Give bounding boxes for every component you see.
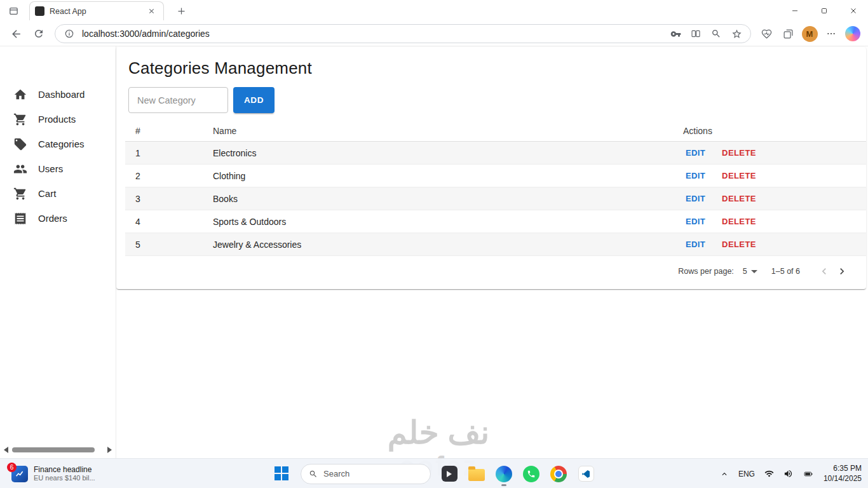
- row-num: 3: [125, 187, 203, 210]
- sidebar-item-label: Cart: [38, 188, 56, 199]
- sidebar-item-products[interactable]: Products: [0, 107, 116, 132]
- back-icon[interactable]: [6, 24, 25, 43]
- settings-ellipsis-icon[interactable]: [822, 25, 840, 43]
- cart-icon: [13, 187, 27, 201]
- people-icon: [13, 162, 27, 176]
- widget-badge: 6: [7, 463, 17, 472]
- vscode-icon[interactable]: [577, 461, 595, 487]
- copilot-icon[interactable]: [844, 25, 862, 43]
- cart-icon: [13, 112, 27, 126]
- avatar-initial: M: [802, 26, 818, 42]
- split-screen-icon[interactable]: [688, 26, 703, 41]
- volume-icon[interactable]: [783, 469, 793, 478]
- window-minimize-button[interactable]: [780, 0, 810, 22]
- row-num: 5: [125, 233, 203, 256]
- windows-logo-icon: [275, 466, 290, 482]
- edge-browser-icon[interactable]: [495, 461, 513, 487]
- table-row: 2 Clothing EDIT DELETE: [125, 165, 866, 187]
- sidebar-item-label: Users: [38, 163, 63, 174]
- search-icon: [309, 470, 318, 478]
- add-button[interactable]: ADD: [233, 87, 275, 113]
- start-button[interactable]: [273, 461, 291, 487]
- column-header-actions: Actions: [673, 122, 866, 142]
- media-player-app-icon[interactable]: [440, 461, 458, 487]
- new-tab-icon[interactable]: [174, 4, 188, 18]
- edit-button[interactable]: EDIT: [683, 193, 708, 205]
- system-tray: ENG 6:35 PM 10/14/2025: [720, 459, 862, 488]
- tab-actions-icon[interactable]: [5, 3, 22, 19]
- url-text[interactable]: localhost:3000/admin/categories: [82, 29, 663, 39]
- battery-icon[interactable]: [803, 470, 814, 478]
- scrollbar-thumb[interactable]: [12, 447, 95, 452]
- new-category-input[interactable]: [128, 87, 228, 113]
- screen: React App: [0, 0, 868, 488]
- passwords-key-icon[interactable]: [668, 26, 683, 41]
- address-bar[interactable]: localhost:3000/admin/categories: [55, 24, 751, 43]
- favorites-star-icon[interactable]: [729, 26, 744, 41]
- sidebar-horizontal-scrollbar[interactable]: [1, 445, 114, 455]
- delete-button[interactable]: DELETE: [719, 215, 759, 227]
- widget-headline: Finance headline: [34, 465, 95, 474]
- sidebar-item-users[interactable]: Users: [0, 156, 116, 181]
- tag-icon: [13, 137, 27, 151]
- taskbar: 6 Finance headline EU nears $140 bil...: [0, 458, 868, 488]
- sidebar-item-label: Dashboard: [38, 89, 85, 100]
- page-title: Categories Management: [116, 47, 866, 78]
- file-explorer-icon[interactable]: [468, 461, 485, 487]
- next-page-button[interactable]: [833, 262, 851, 280]
- whatsapp-icon[interactable]: [522, 461, 540, 487]
- browser-tab-active[interactable]: React App: [29, 1, 164, 20]
- delete-button[interactable]: DELETE: [719, 238, 759, 250]
- taskbar-clock[interactable]: 6:35 PM 10/14/2025: [824, 464, 862, 484]
- sidebar-item-cart[interactable]: Cart: [0, 181, 116, 206]
- browser-toolbar: localhost:3000/admin/categories M: [0, 22, 868, 46]
- edit-button[interactable]: EDIT: [683, 215, 708, 227]
- column-header-name: Name: [203, 122, 673, 142]
- taskbar-search-input[interactable]: [323, 469, 412, 478]
- browser-essentials-icon[interactable]: [757, 25, 775, 43]
- pagination-range: 1–5 of 6: [771, 267, 800, 276]
- rows-per-page-select[interactable]: 5: [743, 267, 757, 276]
- delete-button[interactable]: DELETE: [719, 170, 759, 182]
- refresh-icon[interactable]: [29, 24, 48, 43]
- chrome-browser-icon[interactable]: [550, 461, 567, 487]
- scrollbar-right-arrow-icon[interactable]: [107, 447, 112, 453]
- taskbar-widget[interactable]: 6 Finance headline EU nears $140 bil...: [8, 459, 99, 488]
- receipt-icon: [13, 212, 27, 226]
- edit-button[interactable]: EDIT: [683, 147, 708, 159]
- categories-card: Categories Management ADD # Name Actions: [116, 47, 866, 289]
- edit-button[interactable]: EDIT: [683, 238, 708, 250]
- delete-button[interactable]: DELETE: [719, 147, 759, 159]
- taskbar-search[interactable]: [301, 464, 431, 484]
- profile-avatar[interactable]: M: [801, 25, 818, 43]
- row-name: Jewelry & Accessories: [203, 233, 673, 256]
- window-controls: [780, 0, 868, 22]
- row-num: 2: [125, 165, 203, 187]
- chevron-down-icon: [751, 270, 757, 273]
- wifi-icon[interactable]: [764, 469, 774, 478]
- table-row: 4 Sports & Outdoors EDIT DELETE: [125, 210, 866, 233]
- sidebar-item-orders[interactable]: Orders: [0, 206, 116, 231]
- window-close-button[interactable]: [839, 0, 868, 22]
- language-indicator[interactable]: ENG: [738, 470, 755, 478]
- admin-sidebar: Dashboard Products Categories Users Cart…: [0, 46, 116, 488]
- table-row: 1 Electronics EDIT DELETE: [125, 142, 866, 165]
- scrollbar-left-arrow-icon[interactable]: [4, 447, 8, 453]
- clock-time: 6:35 PM: [824, 464, 862, 474]
- delete-button[interactable]: DELETE: [719, 193, 759, 205]
- taskbar-center: [273, 459, 595, 488]
- collections-icon[interactable]: [779, 25, 797, 43]
- tray-chevron-up-icon[interactable]: [720, 470, 729, 478]
- row-name: Electronics: [203, 142, 673, 165]
- tab-favicon: [35, 6, 44, 16]
- edit-button[interactable]: EDIT: [683, 170, 708, 182]
- previous-page-button[interactable]: [815, 262, 833, 280]
- table-header-row: # Name Actions: [125, 122, 866, 142]
- sidebar-item-dashboard[interactable]: Dashboard: [0, 82, 116, 107]
- find-zoom-icon[interactable]: [709, 26, 724, 41]
- window-maximize-button[interactable]: [810, 0, 839, 22]
- tab-close-icon[interactable]: [144, 4, 158, 18]
- sidebar-item-categories[interactable]: Categories: [0, 132, 116, 156]
- site-info-icon[interactable]: [62, 26, 77, 41]
- row-name: Sports & Outdoors: [203, 210, 673, 233]
